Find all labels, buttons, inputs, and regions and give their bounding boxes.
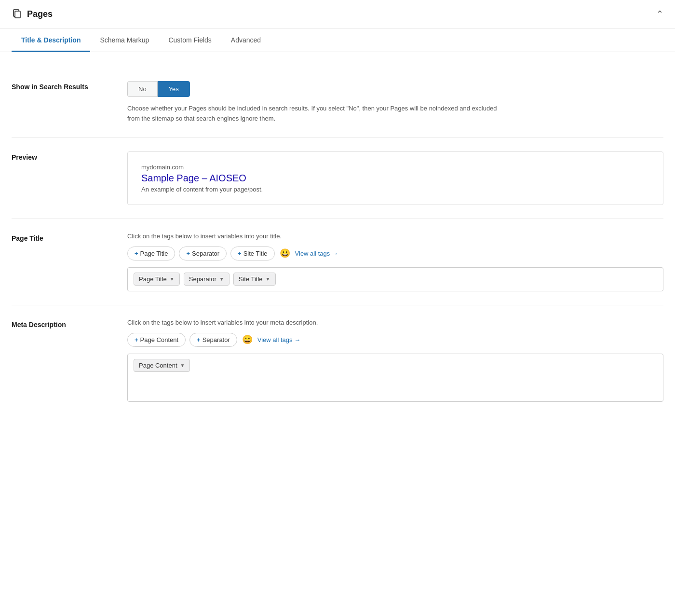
preview-label: Preview — [12, 151, 127, 161]
tab-custom-fields[interactable]: Custom Fields — [159, 28, 221, 52]
pill-arrow-icon: ▼ — [170, 276, 175, 282]
search-results-label: Show in Search Results — [12, 81, 127, 91]
preview-box: mydomain.com Sample Page – AIOSEO An exa… — [127, 151, 663, 205]
preview-section: Preview mydomain.com Sample Page – AIOSE… — [12, 138, 663, 219]
separator-pill[interactable]: Separator ▼ — [184, 273, 230, 286]
meta-description-tag-buttons: + Page Content + Separator 😀 View all ta… — [127, 333, 663, 347]
page-content-pill[interactable]: Page Content ▼ — [134, 359, 190, 372]
meta-description-content: Click on the tags below to insert variab… — [127, 319, 663, 402]
page-title-content: Click on the tags below to insert variab… — [127, 233, 663, 291]
svg-rect-1 — [15, 11, 20, 18]
page-title-pill[interactable]: Page Title ▼ — [134, 273, 180, 286]
tabs-bar: Title & Description Schema Markup Custom… — [0, 28, 675, 52]
meta-description-section: Meta Description Click on the tags below… — [12, 305, 663, 415]
pages-icon — [12, 9, 22, 19]
yes-button[interactable]: Yes — [158, 81, 190, 97]
tab-advanced[interactable]: Advanced — [221, 28, 270, 52]
meta-description-select-area[interactable]: Page Content ▼ — [127, 354, 663, 402]
page-content-tag-btn[interactable]: + Page Content — [127, 333, 186, 347]
emoji-picker-meta-btn[interactable]: 😀 — [241, 333, 254, 346]
no-button[interactable]: No — [127, 81, 158, 97]
header-left: Pages — [12, 9, 53, 19]
page-title: Pages — [27, 9, 53, 19]
toggle-group: No Yes — [127, 81, 663, 97]
pill-arrow-icon: ▼ — [219, 276, 224, 282]
tab-schema-markup[interactable]: Schema Markup — [90, 28, 159, 52]
page-title-field-label: Page Title — [12, 233, 127, 242]
pill-arrow-icon: ▼ — [266, 276, 270, 282]
separator-tag-meta-btn[interactable]: + Separator — [189, 333, 237, 347]
tab-content: Show in Search Results No Yes Choose whe… — [0, 52, 675, 431]
meta-description-label: Meta Description — [12, 319, 127, 329]
page-title-tag-buttons: + Page Title + Separator + Site Title 😀 … — [127, 246, 663, 260]
meta-description-instruction: Click on the tags below to insert variab… — [127, 319, 663, 326]
search-results-description: Choose whether your Pages should be incl… — [127, 104, 503, 124]
view-all-tags-link[interactable]: View all tags → — [295, 250, 338, 257]
preview-domain: mydomain.com — [141, 164, 649, 171]
search-results-content: No Yes Choose whether your Pages should … — [127, 81, 663, 124]
pill-arrow-icon: ▼ — [180, 363, 185, 368]
page-title-select-area[interactable]: Page Title ▼ Separator ▼ Site Title ▼ — [127, 267, 663, 291]
tab-title-description[interactable]: Title & Description — [12, 28, 90, 52]
search-results-section: Show in Search Results No Yes Choose whe… — [12, 68, 663, 138]
page-title-tag-btn[interactable]: + Page Title — [127, 246, 175, 260]
view-all-tags-meta-link[interactable]: View all tags → — [257, 336, 300, 343]
page-title-instruction: Click on the tags below to insert variab… — [127, 233, 663, 240]
site-title-pill[interactable]: Site Title ▼ — [233, 273, 276, 286]
separator-tag-btn[interactable]: + Separator — [179, 246, 227, 260]
collapse-icon[interactable]: ⌃ — [656, 9, 663, 19]
preview-title: Sample Page – AIOSEO — [141, 173, 649, 184]
page-title-section: Page Title Click on the tags below to in… — [12, 219, 663, 305]
preview-content: mydomain.com Sample Page – AIOSEO An exa… — [127, 151, 663, 205]
page-header: Pages ⌃ — [0, 0, 675, 28]
site-title-tag-btn[interactable]: + Site Title — [230, 246, 274, 260]
preview-description: An example of content from your page/pos… — [141, 186, 649, 193]
emoji-picker-btn[interactable]: 😀 — [279, 247, 291, 260]
